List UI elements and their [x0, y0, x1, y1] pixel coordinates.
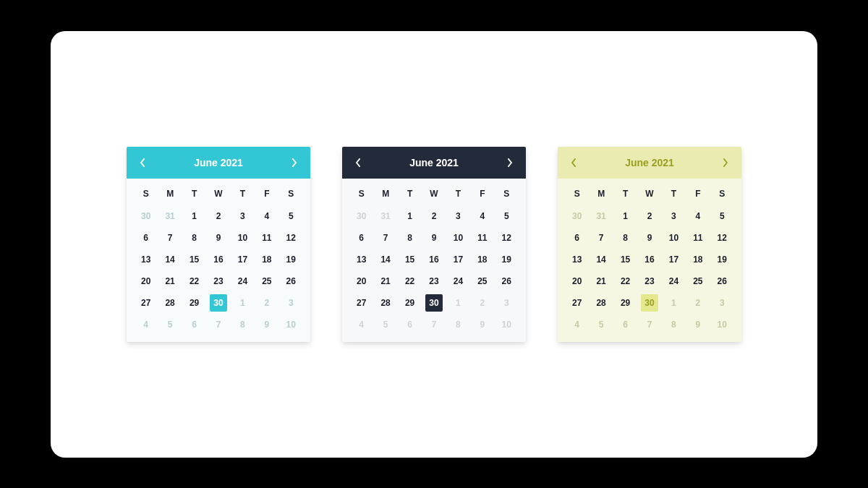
day-cell-outside[interactable]: 6 — [617, 316, 634, 333]
day-cell[interactable]: 24 — [234, 273, 251, 290]
day-cell[interactable]: 1 — [186, 207, 203, 225]
day-cell[interactable]: 21 — [161, 273, 179, 290]
day-cell-outside[interactable]: 8 — [449, 316, 467, 333]
day-cell[interactable]: 17 — [449, 251, 467, 268]
day-cell[interactable]: 2 — [641, 207, 658, 225]
day-cell[interactable]: 5 — [713, 207, 731, 225]
day-cell[interactable]: 3 — [665, 207, 682, 225]
day-cell[interactable]: 9 — [425, 229, 443, 247]
next-month-button[interactable] — [287, 155, 302, 170]
day-cell[interactable]: 12 — [713, 229, 731, 247]
day-cell[interactable]: 25 — [258, 273, 276, 290]
day-cell[interactable]: 13 — [569, 251, 586, 268]
day-cell[interactable]: 28 — [377, 294, 394, 312]
day-cell[interactable]: 20 — [353, 273, 370, 290]
day-cell[interactable]: 10 — [449, 229, 467, 247]
day-cell[interactable]: 9 — [641, 229, 658, 247]
day-cell-outside[interactable]: 5 — [377, 316, 394, 333]
day-cell-outside[interactable]: 3 — [713, 294, 731, 312]
day-cell[interactable]: 14 — [161, 251, 179, 268]
day-cell-outside[interactable]: 8 — [234, 316, 251, 333]
day-cell[interactable]: 11 — [258, 229, 276, 247]
day-cell[interactable]: 10 — [234, 229, 251, 247]
day-cell[interactable]: 29 — [401, 294, 419, 312]
day-cell-outside[interactable]: 7 — [641, 316, 658, 333]
day-cell[interactable]: 26 — [498, 273, 515, 290]
day-cell[interactable]: 12 — [282, 229, 299, 247]
day-cell[interactable]: 20 — [137, 273, 155, 290]
day-cell-outside[interactable]: 31 — [592, 207, 610, 225]
day-cell[interactable]: 1 — [401, 207, 419, 225]
day-cell[interactable]: 9 — [210, 229, 227, 247]
day-cell-outside[interactable]: 1 — [449, 294, 467, 312]
day-cell-outside[interactable]: 4 — [353, 316, 370, 333]
day-cell[interactable]: 6 — [137, 229, 155, 247]
day-cell[interactable]: 21 — [592, 273, 610, 290]
day-cell-outside[interactable]: 9 — [689, 316, 707, 333]
next-month-button[interactable] — [718, 155, 733, 170]
day-cell[interactable]: 8 — [401, 229, 419, 247]
day-cell[interactable]: 7 — [377, 229, 394, 247]
day-cell-outside[interactable]: 1 — [665, 294, 682, 312]
day-cell-outside[interactable]: 4 — [137, 316, 155, 333]
day-cell[interactable]: 10 — [665, 229, 682, 247]
day-cell[interactable]: 15 — [617, 251, 634, 268]
day-cell-outside[interactable]: 10 — [713, 316, 731, 333]
day-cell[interactable]: 5 — [498, 207, 515, 225]
day-cell[interactable]: 6 — [569, 229, 586, 247]
day-cell[interactable]: 19 — [282, 251, 299, 268]
day-cell[interactable]: 28 — [161, 294, 179, 312]
day-cell-outside[interactable]: 10 — [498, 316, 515, 333]
day-cell[interactable]: 14 — [592, 251, 610, 268]
day-cell-outside[interactable]: 8 — [665, 316, 682, 333]
day-cell[interactable]: 18 — [689, 251, 707, 268]
day-cell[interactable]: 12 — [498, 229, 515, 247]
day-cell[interactable]: 17 — [665, 251, 682, 268]
day-cell[interactable]: 2 — [425, 207, 443, 225]
day-cell[interactable]: 22 — [186, 273, 203, 290]
day-cell[interactable]: 25 — [474, 273, 491, 290]
day-cell-outside[interactable]: 1 — [234, 294, 251, 312]
day-cell-outside[interactable]: 30 — [137, 207, 155, 225]
day-cell-outside[interactable]: 3 — [282, 294, 299, 312]
day-cell[interactable]: 24 — [665, 273, 682, 290]
prev-month-button[interactable] — [566, 155, 581, 170]
day-cell[interactable]: 18 — [258, 251, 276, 268]
day-cell[interactable]: 23 — [641, 273, 658, 290]
day-cell[interactable]: 29 — [617, 294, 634, 312]
day-cell[interactable]: 30 — [641, 294, 658, 312]
day-cell[interactable]: 4 — [258, 207, 276, 225]
day-cell-outside[interactable]: 5 — [161, 316, 179, 333]
day-cell[interactable]: 4 — [689, 207, 707, 225]
day-cell[interactable]: 11 — [689, 229, 707, 247]
day-cell[interactable]: 17 — [234, 251, 251, 268]
day-cell[interactable]: 8 — [617, 229, 634, 247]
day-cell[interactable]: 30 — [210, 294, 227, 312]
day-cell[interactable]: 2 — [210, 207, 227, 225]
day-cell[interactable]: 19 — [713, 251, 731, 268]
day-cell[interactable]: 30 — [425, 294, 443, 312]
day-cell[interactable]: 6 — [353, 229, 370, 247]
day-cell[interactable]: 21 — [377, 273, 394, 290]
day-cell-outside[interactable]: 5 — [592, 316, 610, 333]
day-cell[interactable]: 25 — [689, 273, 707, 290]
day-cell-outside[interactable]: 2 — [258, 294, 276, 312]
day-cell[interactable]: 16 — [210, 251, 227, 268]
day-cell[interactable]: 15 — [401, 251, 419, 268]
day-cell[interactable]: 16 — [425, 251, 443, 268]
day-cell-outside[interactable]: 2 — [689, 294, 707, 312]
day-cell[interactable]: 26 — [713, 273, 731, 290]
day-cell[interactable]: 7 — [161, 229, 179, 247]
day-cell[interactable]: 11 — [474, 229, 491, 247]
day-cell[interactable]: 15 — [186, 251, 203, 268]
next-month-button[interactable] — [503, 155, 517, 170]
day-cell[interactable]: 22 — [401, 273, 419, 290]
day-cell[interactable]: 23 — [425, 273, 443, 290]
day-cell[interactable]: 27 — [569, 294, 586, 312]
day-cell-outside[interactable]: 9 — [258, 316, 276, 333]
day-cell[interactable]: 16 — [641, 251, 658, 268]
day-cell-outside[interactable]: 4 — [569, 316, 586, 333]
day-cell-outside[interactable]: 7 — [210, 316, 227, 333]
day-cell[interactable]: 5 — [282, 207, 299, 225]
day-cell[interactable]: 14 — [377, 251, 394, 268]
